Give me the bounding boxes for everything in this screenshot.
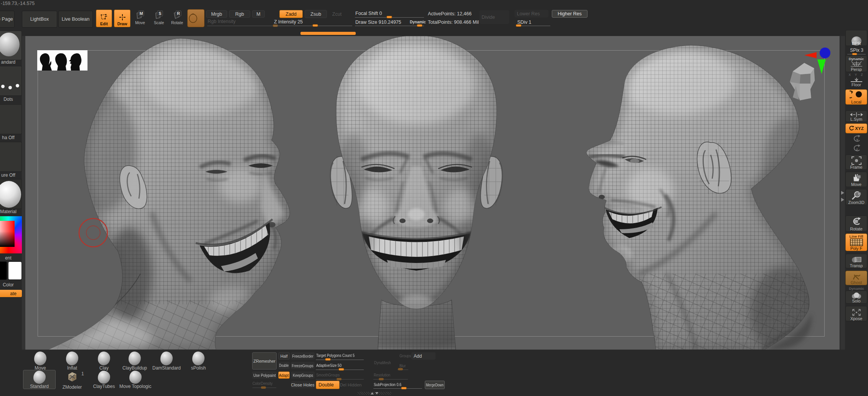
current-brush-label: andard <box>0 59 22 65</box>
floor-icon <box>851 78 862 82</box>
zcut-button[interactable]: Zcut <box>328 10 345 18</box>
current-alpha-thumb[interactable] <box>0 104 22 134</box>
resolution-slider-handle[interactable] <box>379 378 384 380</box>
del-hidden-button[interactable]: Del Hidden <box>341 381 360 388</box>
half-button[interactable]: Half <box>278 352 290 360</box>
solo-icon <box>851 292 862 299</box>
stroke-brush-button[interactable] <box>187 9 205 27</box>
draw-size-slider-handle[interactable] <box>417 24 422 27</box>
close-holes-button[interactable]: Close Holes <box>291 381 315 388</box>
frame-button[interactable]: Frame <box>845 154 867 170</box>
double-remesh-button[interactable]: Double <box>316 381 340 389</box>
zsub-button[interactable]: Zsub <box>305 10 327 18</box>
zoom3d-button[interactable]: Zoom3D <box>845 189 867 205</box>
color-sv-square[interactable] <box>0 221 15 247</box>
color-picker[interactable] <box>0 216 22 253</box>
target-polygons-slider-track[interactable] <box>316 360 364 360</box>
rgb-button[interactable]: Rgb <box>229 10 250 18</box>
subprojection-slider-handle[interactable] <box>401 387 407 389</box>
brush-item-claytubes[interactable]: ClayTubes <box>91 371 117 389</box>
mergedown-button[interactable]: MergeDown <box>425 381 445 389</box>
dynamic-toggle[interactable]: Dynamic <box>410 20 426 24</box>
brush-item-standard[interactable]: Standard <box>23 370 56 389</box>
transp-button[interactable]: Transp <box>845 254 867 268</box>
brush-item-claybuildup[interactable]: ClayBuildup <box>119 352 150 371</box>
freezeborder-button[interactable]: FreezeBorder <box>291 352 315 360</box>
lower-res-button[interactable]: Lower Res <box>515 10 548 17</box>
higher-res-button[interactable]: Higher Res <box>552 10 587 18</box>
xyz-button[interactable]: XYZ <box>845 123 867 133</box>
adapt-button[interactable]: Adapt <box>278 371 290 379</box>
bpr-button[interactable]: BPR <box>845 30 867 46</box>
zadd-button[interactable]: Zadd <box>279 10 303 18</box>
smoothgroups-slider-handle[interactable] <box>337 378 342 380</box>
adaptivesize-slider-handle[interactable] <box>338 368 344 371</box>
right-tray-divider[interactable] <box>840 36 845 350</box>
solo-button[interactable]: Solo <box>845 291 867 304</box>
rotate-button[interactable]: R Rotate <box>171 10 183 25</box>
use-polypaint-button[interactable]: Use Polypaint <box>252 371 277 379</box>
sculpt-head-center[interactable] <box>330 36 503 350</box>
scale-button[interactable]: S Scale <box>154 10 164 25</box>
page-button[interactable]: e Page <box>0 11 15 28</box>
double-button[interactable]: Double <box>278 362 290 369</box>
target-polygons-slider-handle[interactable] <box>325 358 331 361</box>
brush-item-spolish[interactable]: sPolish <box>186 352 211 371</box>
edit-button[interactable]: Edit <box>96 10 112 27</box>
zremesher-button[interactable]: ZRemesher <box>252 352 277 370</box>
mrgb-button[interactable]: Mrgb <box>206 10 227 18</box>
lsym-button[interactable]: L.Sym <box>845 110 867 122</box>
brush-item-move[interactable]: Move <box>28 352 53 371</box>
activate-button[interactable]: ate <box>0 290 22 297</box>
focal-shift-slider-label: Focal Shift 0 <box>355 11 382 16</box>
xpose-button[interactable]: Xpose <box>845 306 867 321</box>
brush-item-inflat[interactable]: Inflat <box>59 352 85 371</box>
sculpt-head-left[interactable] <box>25 36 298 350</box>
lightbox-button[interactable]: LightBox <box>22 11 57 28</box>
current-material-thumb[interactable] <box>0 179 22 209</box>
left-tray-divider[interactable] <box>22 36 25 350</box>
spix-slider[interactable]: SPix 3 <box>846 48 868 56</box>
live-boolean-button[interactable]: Live Boolean <box>58 11 93 28</box>
tray-collapse-arrows[interactable] <box>840 189 845 205</box>
persp-button[interactable]: Dynamic Persp <box>845 55 867 72</box>
z-intensity-slider-handle[interactable] <box>312 24 318 27</box>
floor-button[interactable]: Floor <box>845 77 867 87</box>
sculpt-render[interactable] <box>25 36 840 350</box>
current-stroke-thumb[interactable] <box>0 66 22 96</box>
secondary-color-swatch[interactable] <box>0 261 7 280</box>
sdiv-slider-handle[interactable] <box>516 24 521 27</box>
rot-z-icon[interactable]: z <box>850 145 863 153</box>
blur-slider-handle[interactable] <box>398 368 403 370</box>
rgb-intensity-slider-track[interactable] <box>207 26 278 26</box>
focal-shift-slider-handle[interactable] <box>386 16 392 18</box>
keepgroups-button[interactable]: KeepGroups <box>291 371 315 379</box>
draw-button[interactable]: Draw <box>114 10 130 27</box>
brush-item-clay[interactable]: Clay <box>91 352 117 371</box>
brush-swirl-icon <box>0 33 20 56</box>
current-texture-thumb[interactable] <box>0 142 22 172</box>
rotate-view-button[interactable]: Rotate <box>845 215 867 232</box>
zmodeler-cube-icon <box>66 371 79 383</box>
main-color-swatch[interactable] <box>8 261 22 280</box>
bottom-tray-handle[interactable] <box>358 392 391 395</box>
groups-add-button[interactable]: Add <box>411 352 436 360</box>
draw-size-slider-track[interactable] <box>355 26 424 26</box>
m-button[interactable]: M <box>252 10 265 18</box>
subprojection-slider-track[interactable] <box>373 388 422 389</box>
canvas-viewport[interactable] <box>25 36 840 350</box>
local-button[interactable]: Local <box>845 89 867 105</box>
brush-item-movetopological[interactable]: Move Topologica <box>119 371 152 389</box>
current-brush-thumb[interactable] <box>0 31 22 60</box>
divide-button[interactable]: Divide <box>480 10 509 24</box>
freezegroups-button[interactable]: FreezeGroups <box>291 362 315 369</box>
move-button[interactable]: M Move <box>135 10 145 25</box>
rot-y-icon[interactable]: Y <box>850 135 863 143</box>
polyf-button[interactable]: Line Fill Poly F <box>845 233 867 251</box>
ghost-button[interactable]: Ghost <box>845 271 867 285</box>
colordensity-slider-handle[interactable] <box>261 386 266 389</box>
floor-axes[interactable]: X Y Z <box>845 73 868 77</box>
top-tray-scrollbar[interactable] <box>300 32 356 35</box>
move-view-button[interactable]: Move <box>845 172 867 187</box>
brush-item-damstandard[interactable]: DamStandard <box>150 352 183 371</box>
